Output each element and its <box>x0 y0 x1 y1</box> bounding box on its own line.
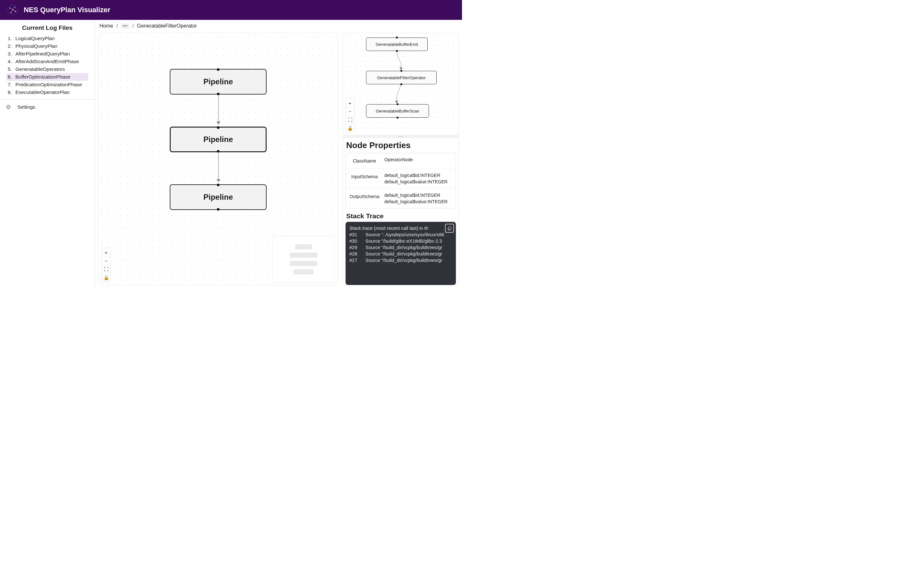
properties-heading: Node Properties <box>343 138 459 152</box>
sidebar-item-number: 7. <box>8 82 13 87</box>
zoom-out-button[interactable]: − <box>102 256 110 265</box>
sidebar-item[interactable]: 7.PredicationOptimizationPhase <box>6 81 88 89</box>
property-row: ClassNameOperatorNode <box>346 153 456 169</box>
frame-source: Source "/build/glibc-eX1tMB/glibc-2.3 <box>365 239 442 243</box>
sidebar-item[interactable]: 2.PhysicalQueryPlan <box>6 42 88 50</box>
port-top[interactable] <box>396 37 398 39</box>
stack-trace-heading: Stack Trace <box>343 211 459 222</box>
svg-line-7 <box>13 7 15 10</box>
fit-view-button[interactable]: ⛶ <box>346 115 354 124</box>
breadcrumb-current: GeneratableFilterOperator <box>137 23 197 29</box>
stack-frame: #31Source "../sysdeps/unix/sysv/linux/x8… <box>349 231 452 238</box>
stack-frame: #29Source "/build_dir/vcpkg/buildtrees/g… <box>349 244 452 251</box>
fit-view-button[interactable]: ⛶ <box>102 265 110 273</box>
port-bottom[interactable] <box>217 208 220 211</box>
svg-line-8 <box>13 10 16 11</box>
port-bottom[interactable] <box>401 83 402 85</box>
sidebar-item[interactable]: 5.GeneratableOperators <box>6 65 88 73</box>
zoom-in-button[interactable]: + <box>102 248 110 256</box>
detail-canvas[interactable]: GeneratableBufferEmit GeneratableFilterO… <box>342 33 459 135</box>
sidebar-item-label: PredicationOptimizationPhase <box>15 82 82 87</box>
port-top[interactable] <box>217 126 220 129</box>
sidebar-item-number: 8. <box>8 89 13 95</box>
property-value: default_logical$id:INTEGER default_logic… <box>383 169 456 189</box>
property-key: ClassName <box>346 153 383 169</box>
stack-frame: #27Source "/build_dir/vcpkg/buildtrees/g… <box>349 257 452 263</box>
frame-index: #30 <box>349 239 361 243</box>
sidebar-item-number: 5. <box>8 66 13 72</box>
frame-index: #29 <box>349 245 361 250</box>
breadcrumb-home[interactable]: Home <box>99 23 113 29</box>
port-bottom[interactable] <box>217 150 220 153</box>
sidebar: Current Log Files 1.LogicalQueryPlan2.Ph… <box>0 20 95 288</box>
frame-source: Source "/build_dir/vcpkg/buildtrees/gr <box>365 245 443 250</box>
zoom-in-button[interactable]: + <box>346 99 354 107</box>
node-label: Pipeline <box>204 135 233 144</box>
port-top[interactable] <box>217 68 220 71</box>
sidebar-item-number: 6. <box>8 74 13 80</box>
port-top[interactable] <box>401 70 402 72</box>
pipeline-node[interactable]: Pipeline <box>170 69 267 95</box>
sidebar-item[interactable]: 8.ExecutableOperatorPlan <box>6 89 88 96</box>
property-row: InputSchemadefault_logical$id:INTEGER de… <box>346 169 456 189</box>
node-label: GeneratableFilterOperator <box>377 75 426 80</box>
stack-trace-box[interactable]: Stack trace (most recent call last) in t… <box>346 222 456 285</box>
node-label: Pipeline <box>204 77 233 86</box>
sidebar-item-number: 1. <box>8 35 13 41</box>
main-canvas[interactable]: Pipeline Pipeline Pipeline <box>98 33 338 285</box>
sidebar-item-label: AfterAddScanAndEmitPhase <box>15 59 79 64</box>
sidebar-item-label: PhysicalQueryPlan <box>15 43 57 49</box>
minimap[interactable] <box>272 236 334 282</box>
operator-node[interactable]: GeneratableBufferScan <box>366 104 429 118</box>
sidebar-item-number: 3. <box>8 51 13 57</box>
port-bottom[interactable] <box>217 93 220 95</box>
node-label: GeneratableBufferEmit <box>376 42 418 47</box>
port-bottom[interactable] <box>397 117 399 119</box>
app-title: NES QueryPlan Visualizer <box>24 6 110 14</box>
svg-line-9 <box>11 10 13 13</box>
sidebar-item[interactable]: 4.AfterAddScanAndEmitPhase <box>6 58 88 65</box>
property-key: OutputSchema <box>346 189 383 208</box>
property-value: default_logical$id:INTEGER default_logic… <box>383 189 456 208</box>
property-value: OperatorNode <box>383 153 456 169</box>
canvas-controls: + − ⛶ 🔒 <box>102 248 111 282</box>
sidebar-item-number: 4. <box>8 59 13 64</box>
svg-line-6 <box>10 8 13 10</box>
detail-canvas-controls: + − ⛶ 🔒 <box>346 98 355 132</box>
properties-panel: Node Properties ClassNameOperatorNodeInp… <box>342 138 459 285</box>
settings-link[interactable]: ⚙ Settings <box>0 100 95 114</box>
frame-source: Source "/build_dir/vcpkg/buildtrees/gr <box>365 258 443 263</box>
stack-frame: #28Source "/build_dir/vcpkg/buildtrees/g… <box>349 251 452 257</box>
gear-icon: ⚙ <box>6 103 11 111</box>
minimap-placeholder <box>281 242 326 276</box>
sidebar-item-label: ExecutableOperatorPlan <box>15 89 69 95</box>
breadcrumb: Home / ··· / GeneratableFilterOperator <box>95 20 462 30</box>
port-top[interactable] <box>397 103 399 105</box>
breadcrumb-sep: / <box>132 23 134 29</box>
svg-rect-12 <box>449 227 451 230</box>
lock-button[interactable]: 🔒 <box>346 124 354 132</box>
frame-source: Source "/build_dir/vcpkg/buildtrees/gr <box>365 251 443 256</box>
breadcrumb-ellipsis[interactable]: ··· <box>121 23 129 29</box>
frame-index: #27 <box>349 258 361 263</box>
panel-splitter[interactable]: •••••• <box>342 135 459 138</box>
frame-index: #31 <box>349 232 361 237</box>
port-bottom[interactable] <box>396 50 398 52</box>
port-top[interactable] <box>217 184 220 186</box>
node-label: Pipeline <box>204 193 233 201</box>
operator-node[interactable]: GeneratableBufferEmit <box>366 37 428 51</box>
lock-button[interactable]: 🔒 <box>102 273 110 282</box>
frame-source: Source "../sysdeps/unix/sysv/linux/x86 <box>365 232 444 237</box>
zoom-out-button[interactable]: − <box>346 107 354 115</box>
sidebar-item[interactable]: 1.LogicalQueryPlan <box>6 35 88 42</box>
operator-node-selected[interactable]: GeneratableFilterOperator <box>366 71 437 84</box>
copy-icon[interactable] <box>445 224 454 233</box>
sidebar-item[interactable]: 6.BufferOptimizationPhase <box>6 73 88 81</box>
pipeline-node[interactable]: Pipeline <box>170 184 267 210</box>
properties-table: ClassNameOperatorNodeInputSchemadefault_… <box>346 153 456 208</box>
sidebar-item[interactable]: 3.AfterPipelinedQueryPlan <box>6 50 88 58</box>
property-key: InputSchema <box>346 169 383 189</box>
pipeline-node-selected[interactable]: Pipeline <box>170 127 267 152</box>
frame-index: #28 <box>349 251 361 256</box>
app-header: NES QueryPlan Visualizer <box>0 0 462 20</box>
